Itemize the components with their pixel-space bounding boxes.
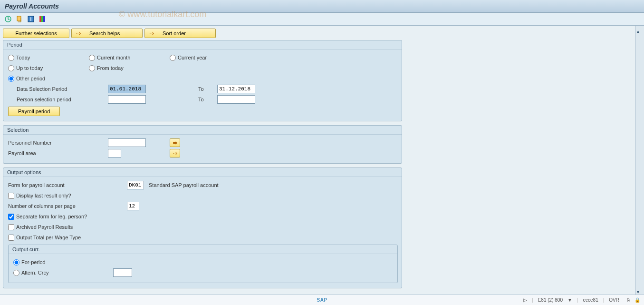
separate-form-checkbox-row[interactable]: Separate form for leg. person? [8,211,397,222]
radio-current-month[interactable]: Current month [89,55,170,61]
radio-for-period-input[interactable] [13,259,19,266]
radio-for-period-label: For-period [21,259,46,265]
radio-up-to-today[interactable]: Up to today [8,65,89,71]
data-selection-from-input[interactable] [108,85,146,93]
radio-altern-crcy-input[interactable] [13,270,19,276]
info-icon[interactable]: i [27,15,35,23]
application-toolbar: i [0,13,644,26]
archived-checkbox-row[interactable]: Archived Payroll Results [8,222,397,232]
display-last-checkbox[interactable] [8,193,14,199]
archived-label: Archived Payroll Results [16,224,73,230]
radio-up-to-today-input[interactable] [8,65,14,71]
radio-from-today[interactable]: From today [89,65,170,71]
radio-current-year-input[interactable] [170,55,176,61]
person-selection-to-input[interactable] [217,95,255,104]
output-options-fieldset: Output options Form for payroll account … [3,167,402,288]
status-lock-icon[interactable]: 🔒 [634,297,640,303]
radio-for-period[interactable]: For-period [13,259,46,266]
status-sep: | [577,297,578,303]
person-selection-from-input[interactable] [108,95,146,104]
sort-order-button[interactable]: ⇨ Sort order [144,29,216,38]
title-text: Payroll Accounts [5,2,59,10]
payroll-period-button[interactable]: Payroll period [8,107,60,116]
radio-other-period-label: Other period [16,76,45,81]
arrow-right-icon: ⇨ [77,30,81,37]
sap-logo: SAP [317,297,327,303]
content-wrap: Further selections ⇨ Search helps ⇨ Sort… [0,26,644,297]
period-fieldset: Period Today Current month Current year [3,40,402,121]
arrow-right-icon: ⇨ [173,140,177,146]
further-selections-label: Further selections [15,30,57,36]
status-server: ecce81 [583,297,598,303]
payroll-area-multiple-button[interactable]: ⇨ [170,149,180,157]
arrow-right-icon: ⇨ [150,30,154,37]
radio-current-year[interactable]: Current year [170,55,250,61]
radio-today-label: Today [16,55,30,60]
radio-current-month-input[interactable] [89,55,95,61]
payroll-area-input[interactable] [108,149,121,157]
output-options-legend: Output options [3,168,402,177]
color-legend-icon[interactable] [38,15,47,23]
status-sep: | [532,297,533,303]
radio-altern-crcy[interactable]: Altern. Crcy [13,270,113,276]
radio-other-period[interactable]: Other period [8,76,89,82]
num-cols-label: Number of columns per page [8,203,127,209]
payroll-area-label: Payroll area [8,150,108,156]
svg-text:i: i [30,17,32,22]
selection-buttons-row: Further selections ⇨ Search helps ⇨ Sort… [3,29,633,38]
data-selection-to-input[interactable] [217,85,255,93]
radio-from-today-label: From today [97,65,124,71]
separate-form-label: Separate form for leg. person? [16,214,87,219]
status-link-icon[interactable]: ⎘ [627,297,630,303]
output-total-checkbox[interactable] [8,235,14,241]
num-cols-input[interactable] [127,202,139,210]
arrow-right-icon: ⇨ [173,150,177,157]
svg-rect-1 [17,16,21,21]
form-payroll-input[interactable] [127,181,144,189]
search-helps-button[interactable]: ⇨ Search helps [71,29,143,38]
form-payroll-desc: Standard SAP payroll account [149,182,219,188]
status-system: E81 (2) 800 [538,297,563,303]
radio-current-year-label: Current year [178,55,207,60]
selection-legend: Selection [3,126,402,135]
output-curr-legend: Output curr. [9,245,397,254]
data-selection-period-label: Data Selection Period [8,86,108,92]
display-last-checkbox-row[interactable]: Display last result only? [8,190,397,201]
further-selections-button[interactable]: Further selections [3,29,69,38]
separate-form-checkbox[interactable] [8,214,14,220]
status-bar: SAP ▷ | E81 (2) 800 ▼ | ecce81 | OVR ⎘ 🔒 [0,295,644,305]
get-variant-icon[interactable] [15,15,24,23]
output-curr-fieldset: Output curr. For-period Altern. Crcy [8,245,398,283]
scroll-down-icon[interactable]: ▾ [637,289,639,295]
search-helps-label: Search helps [89,30,120,36]
output-total-checkbox-row[interactable]: Output Total per Wage Type [8,232,397,243]
status-triangle-icon[interactable]: ▷ [523,297,527,303]
execute-icon[interactable] [4,15,12,23]
archived-checkbox[interactable] [8,224,14,230]
form-payroll-label: Form for payroll account [8,182,127,188]
radio-current-month-label: Current month [97,55,130,60]
radio-today[interactable]: Today [8,55,89,61]
period-legend: Period [3,40,402,49]
status-sep: | [603,297,605,303]
radio-today-input[interactable] [8,55,14,61]
svg-rect-4 [39,16,41,22]
radio-from-today-input[interactable] [89,65,95,71]
page-title: Payroll Accounts [0,0,644,13]
sort-order-label: Sort order [163,30,186,36]
scroll-up-icon[interactable]: ▴ [637,29,639,34]
svg-rect-5 [41,16,43,22]
status-dropdown-icon[interactable]: ▼ [567,297,572,303]
display-last-label: Display last result only? [16,193,71,198]
person-selection-period-label: Person selection period [8,97,108,102]
selection-fieldset: Selection Personnel Number ⇨ Payroll are… [3,125,402,164]
radio-altern-crcy-label: Altern. Crcy [21,270,48,275]
svg-rect-6 [43,16,45,22]
status-mode: OVR [609,297,619,303]
to-label-1: To [198,86,217,92]
radio-other-period-input[interactable] [8,76,14,82]
personnel-number-multiple-button[interactable]: ⇨ [170,138,180,147]
vertical-scrollbar[interactable]: ▴ ▾ [635,26,644,297]
altern-crcy-input[interactable] [113,268,132,277]
personnel-number-input[interactable] [108,138,146,147]
